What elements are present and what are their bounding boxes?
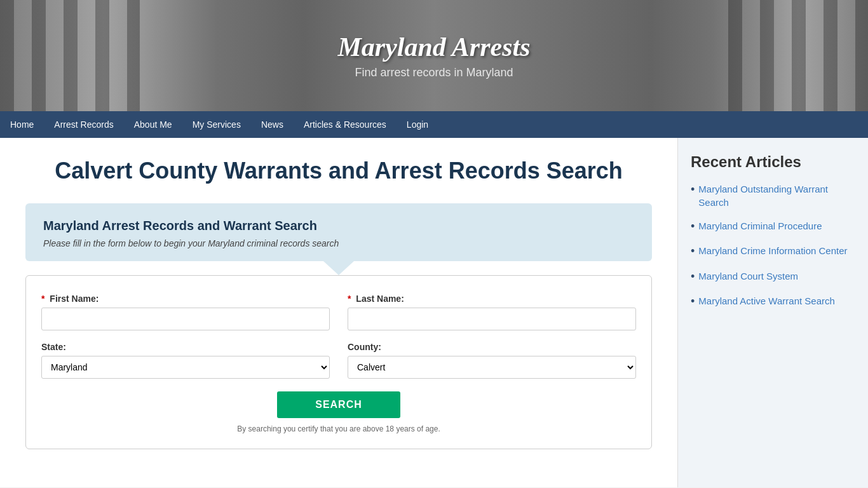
sidebar-link-3[interactable]: Maryland Crime Information Center — [698, 244, 847, 257]
nav-login[interactable]: Login — [397, 111, 438, 138]
header-text: Maryland Arrests Find arrest records in … — [337, 32, 530, 79]
nav-articles-resources[interactable]: Articles & Resources — [294, 111, 397, 138]
first-name-input[interactable] — [41, 308, 330, 330]
last-name-group: * Last Name: — [348, 294, 636, 330]
sidebar: Recent Articles • Maryland Outstanding W… — [677, 138, 868, 487]
bullet-icon-4: • — [691, 269, 695, 284]
header-bars-left — [0, 0, 140, 111]
sidebar-link-5[interactable]: Maryland Active Warrant Search — [698, 294, 835, 308]
header-bars-right — [728, 0, 868, 111]
bullet-icon-3: • — [691, 244, 695, 259]
site-header: Maryland Arrests Find arrest records in … — [0, 0, 868, 111]
sidebar-link-1[interactable]: Maryland Outstanding Warrant Search — [698, 182, 855, 209]
nav-my-services[interactable]: My Services — [182, 111, 251, 138]
site-title: Maryland Arrests — [337, 32, 530, 62]
main-nav: Home Arrest Records About Me My Services… — [0, 111, 868, 138]
first-name-group: * First Name: — [41, 294, 330, 330]
county-label: County: — [348, 342, 636, 352]
sidebar-article-item-1: • Maryland Outstanding Warrant Search — [691, 182, 855, 209]
location-row: State: Maryland Alabama Alaska Arizona A… — [41, 342, 636, 379]
search-box-arrow — [323, 261, 354, 275]
search-box-subtitle: Please fill in the form below to begin y… — [43, 238, 634, 248]
page-title: Calvert County Warrants and Arrest Recor… — [25, 157, 652, 184]
name-row: * First Name: * Last Name: — [41, 294, 636, 330]
nav-home[interactable]: Home — [0, 111, 44, 138]
last-name-required: * — [348, 294, 351, 304]
bullet-icon-2: • — [691, 219, 695, 234]
county-select[interactable]: Calvert Allegany Anne Arundel Baltimore … — [348, 356, 636, 379]
last-name-label: * Last Name: — [348, 294, 636, 304]
state-label: State: — [41, 342, 330, 352]
last-name-input[interactable] — [348, 308, 636, 330]
bullet-icon-1: • — [691, 182, 695, 197]
sidebar-article-item-3: • Maryland Crime Information Center — [691, 244, 855, 259]
nav-arrest-records[interactable]: Arrest Records — [44, 111, 123, 138]
form-disclaimer: By searching you certify that you are ab… — [41, 424, 636, 433]
first-name-required: * — [41, 294, 44, 304]
state-group: State: Maryland Alabama Alaska Arizona A… — [41, 342, 330, 379]
sidebar-link-2[interactable]: Maryland Criminal Procedure — [698, 219, 822, 233]
sidebar-article-list: • Maryland Outstanding Warrant Search • … — [691, 182, 855, 309]
sidebar-article-item-5: • Maryland Active Warrant Search — [691, 294, 855, 309]
search-box-title: Maryland Arrest Records and Warrant Sear… — [43, 219, 634, 233]
search-button[interactable]: SEARCH — [277, 391, 400, 418]
first-name-label: * First Name: — [41, 294, 330, 304]
main-content: Calvert County Warrants and Arrest Recor… — [0, 138, 677, 487]
county-group: County: Calvert Allegany Anne Arundel Ba… — [348, 342, 636, 379]
search-form-area: * First Name: * Last Name: State: — [25, 275, 652, 449]
site-subtitle: Find arrest records in Maryland — [337, 66, 530, 79]
sidebar-link-4[interactable]: Maryland Court System — [698, 269, 798, 283]
bullet-icon-5: • — [691, 294, 695, 309]
state-select[interactable]: Maryland Alabama Alaska Arizona Arkansas… — [41, 356, 330, 379]
sidebar-article-item-4: • Maryland Court System — [691, 269, 855, 284]
content-wrapper: Calvert County Warrants and Arrest Recor… — [0, 138, 868, 487]
search-box-header: Maryland Arrest Records and Warrant Sear… — [25, 203, 652, 261]
sidebar-title: Recent Articles — [691, 153, 855, 171]
sidebar-article-item-2: • Maryland Criminal Procedure — [691, 219, 855, 234]
nav-about-me[interactable]: About Me — [124, 111, 182, 138]
nav-news[interactable]: News — [251, 111, 294, 138]
